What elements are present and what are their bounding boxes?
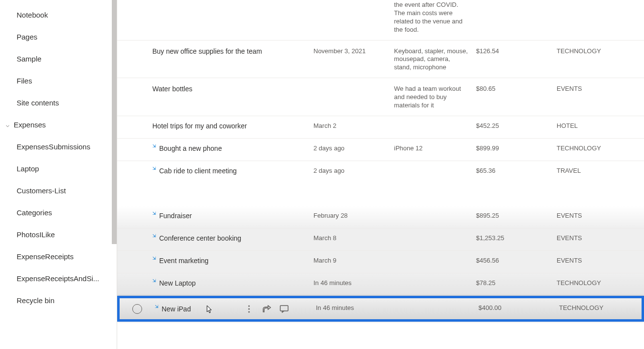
sidebar-item-customers-list[interactable]: Customers-List <box>0 180 117 202</box>
title-cell: Buy new office supplies for the team <box>152 47 262 55</box>
spacer <box>117 184 644 206</box>
sidebar-item-pages[interactable]: Pages <box>0 26 117 48</box>
new-item-icon: ⇲ <box>152 144 157 148</box>
date-cell: 2 days ago <box>313 144 394 152</box>
amount-cell: $899.99 <box>476 144 557 152</box>
share-icon[interactable] <box>262 305 271 313</box>
amount-cell: $1,253.25 <box>476 233 557 242</box>
new-item-icon: ⇲ <box>152 278 157 283</box>
new-item-icon: ⇲ <box>152 256 157 261</box>
more-actions-icon[interactable] <box>245 305 253 313</box>
description-cell: iPhone 12 <box>394 144 476 153</box>
title-cell: Bought a new phone <box>159 144 222 152</box>
svg-point-2 <box>248 311 249 313</box>
select-circle[interactable] <box>132 304 142 314</box>
table-row[interactable]: Water bottles We had a team workout and … <box>117 78 644 116</box>
category-cell: EVENTS <box>557 233 644 242</box>
table-row[interactable]: Buy new office supplies for the team Nov… <box>117 41 644 79</box>
description-cell <box>394 256 476 257</box>
date-cell: 2 days ago <box>313 166 394 174</box>
date-cell: In 46 minutes <box>313 278 394 287</box>
scrollbar-thumb[interactable] <box>112 0 117 244</box>
title-cell: Hotel trips for my and coworker <box>152 122 247 130</box>
title-cell: New iPad <box>162 305 191 313</box>
new-item-icon: ⇲ <box>152 166 157 171</box>
description-cell <box>394 166 476 167</box>
description-cell <box>394 233 476 234</box>
title-cell: Fundraiser <box>159 212 192 220</box>
table-row[interactable]: ⇲Bought a new phone 2 days ago iPhone 12… <box>117 139 644 161</box>
amount-cell: $78.25 <box>476 278 557 287</box>
category-cell: EVENTS <box>557 211 644 219</box>
sidebar-item-laptop[interactable]: Laptop <box>0 158 117 180</box>
category-cell: TECHNOLOGY <box>559 303 642 311</box>
table-row[interactable]: ⇲Conference center booking March 8 $1,25… <box>117 228 644 251</box>
amount-cell: $895.25 <box>476 211 557 219</box>
table-row[interactable]: ⇲Event marketing March 9 $456.56 EVENTS <box>117 251 644 273</box>
sidebar-item-sample[interactable]: Sample <box>0 48 117 70</box>
category-cell: TRAVEL <box>557 166 644 174</box>
table-row-selected[interactable]: ⇲ New iPad In 46 minutes <box>117 296 644 322</box>
table-row[interactable]: ⇲New Laptop In 46 minutes $78.25 TECHNOL… <box>117 273 644 296</box>
title-cell: Event marketing <box>159 257 208 265</box>
expenses-list: the event after COVID. The main costs we… <box>117 0 644 322</box>
title-cell: Cab ride to client meeting <box>159 167 237 175</box>
amount-cell: $65.36 <box>476 166 557 174</box>
svg-point-0 <box>248 306 249 307</box>
category-cell: TECHNOLOGY <box>557 278 644 287</box>
sidebar-item-site-contents[interactable]: Site contents <box>0 92 117 114</box>
title-cell: Water bottles <box>152 85 192 93</box>
sidebar-item-expenses-submissions[interactable]: ExpensesSubmissions <box>0 136 117 158</box>
table-row[interactable]: the event after COVID. The main costs we… <box>117 0 644 41</box>
description-cell <box>394 121 476 122</box>
category-cell: EVENTS <box>557 256 644 264</box>
sidebar-item-files[interactable]: Files <box>0 70 117 92</box>
new-item-icon: ⇲ <box>152 233 157 238</box>
amount-cell: $80.65 <box>476 84 557 92</box>
date-cell: In 46 minutes <box>316 303 396 311</box>
amount-cell: $452.25 <box>476 121 557 129</box>
svg-rect-3 <box>280 306 288 311</box>
date-cell: March 8 <box>313 233 394 242</box>
sidebar-item-recycle-bin[interactable]: Recycle bin <box>0 289 117 311</box>
sidebar-item-notebook[interactable]: Notebook <box>0 4 117 26</box>
amount-cell: $400.00 <box>478 303 559 311</box>
comment-icon[interactable] <box>280 305 289 313</box>
description-cell <box>396 303 478 304</box>
svg-point-1 <box>248 308 249 310</box>
chevron-down-icon: ⌵ <box>4 122 11 128</box>
date-cell: March 9 <box>313 256 394 264</box>
date-cell: February 28 <box>313 211 394 219</box>
title-cell: New Laptop <box>159 279 196 287</box>
new-item-icon: ⇲ <box>155 304 160 309</box>
sidebar: Notebook Pages Sample Files Site content… <box>0 0 117 349</box>
sidebar-item-categories[interactable]: Categories <box>0 202 117 224</box>
description-cell <box>394 278 476 279</box>
sidebar-group-label: Expenses <box>14 121 46 129</box>
table-row[interactable]: ⇲Fundraiser February 28 $895.25 EVENTS <box>117 206 644 228</box>
cursor-icon <box>207 305 212 315</box>
description-cell: the event after COVID. The main costs we… <box>394 0 476 34</box>
sidebar-item-expense-receipts[interactable]: ExpenseReceipts <box>0 246 117 267</box>
table-row[interactable]: Hotel trips for my and coworker March 2 … <box>117 116 644 139</box>
new-item-icon: ⇲ <box>152 211 157 216</box>
title-cell: Conference center booking <box>159 234 241 242</box>
amount-cell: $126.54 <box>476 46 557 55</box>
date-cell: November 3, 2021 <box>313 46 394 55</box>
date-cell: March 2 <box>313 121 394 129</box>
amount-cell: $456.56 <box>476 256 557 264</box>
main-content: the event after COVID. The main costs we… <box>117 0 644 349</box>
description-cell: We had a team workout and needed to buy … <box>394 84 476 110</box>
sidebar-item-expense-receipts-and-si[interactable]: ExpenseReceiptsAndSi... <box>0 267 117 289</box>
sidebar-group-expenses[interactable]: ⌵ Expenses <box>0 114 117 136</box>
category-cell: TECHNOLOGY <box>557 144 644 152</box>
date-cell <box>313 84 394 85</box>
table-row[interactable]: ⇲Cab ride to client meeting 2 days ago $… <box>117 161 644 184</box>
category-cell: EVENTS <box>557 84 644 92</box>
category-cell: TECHNOLOGY <box>557 46 644 55</box>
category-cell: HOTEL <box>557 121 644 129</box>
sidebar-item-photos-i-like[interactable]: PhotosILike <box>0 224 117 246</box>
description-cell: Keyboard, stapler, mouse, mousepad, came… <box>394 46 476 72</box>
description-cell <box>394 211 476 212</box>
